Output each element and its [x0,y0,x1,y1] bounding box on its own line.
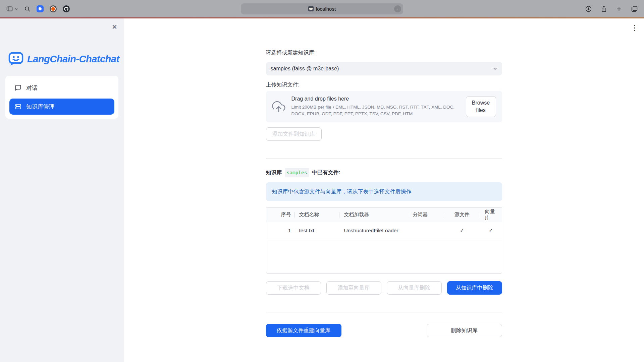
sidebar-item-label: 知识库管理 [26,103,55,111]
tab-overview-icon[interactable] [631,5,638,12]
kb-select-label: 请选择或新建知识库: [266,49,502,57]
cell-doc-name: test.txt [294,222,339,239]
extension-blue-icon[interactable] [37,5,44,12]
extension-ring-icon[interactable] [50,5,57,12]
dropzone-limit-text: Limit 200MB per file • EML, HTML, JSON, … [291,104,460,117]
delete-from-kb-button[interactable]: 从知识库中删除 [447,281,502,295]
info-alert-text: 知识库中包含源文件与向量库，请从下表中选择文件后操作 [272,188,412,195]
address-bar[interactable]: localhost ⋯ [241,3,403,14]
kb-actions-row: 依据源文件重建向量库 删除知识库 [266,324,502,337]
url-text: localhost [316,6,336,12]
kb-name-code: samples [285,168,309,177]
dropzone-title: Drag and drop files here [291,96,460,102]
sidebar-close-button[interactable]: × [112,22,117,31]
app-logo: LangChain-Chatchat [8,51,124,68]
cell-source-file-check: ✓ [444,222,480,239]
logo-text: LangChain-Chatchat [27,54,119,65]
heading-suffix: 中已有文件: [312,169,340,177]
col-header-splitter[interactable]: 分词器 [408,207,444,222]
browser-toolbar: localhost ⋯ [0,0,644,17]
cell-loader: UnstructuredFileLoader [339,222,408,239]
divider [266,158,502,159]
col-header-doc-name[interactable]: 文档名称 [294,207,339,222]
table-row[interactable]: 1 test.txt UnstructuredFileLoader ✓ ✓ [266,222,502,239]
github-icon[interactable] [63,5,70,12]
kb-selectbox[interactable]: samples (faiss @ m3e-base) [266,62,502,75]
share-icon[interactable] [601,5,607,12]
sidebar-item-chat[interactable]: 对话 [9,80,114,96]
cloud-upload-icon [272,100,285,113]
file-actions-row: 下载选中文档 添加至向量库 从向量库删除 从知识库中删除 [266,281,502,295]
cell-index: 1 [266,222,294,239]
dropzone-instructions: Drag and drop files here Limit 200MB per… [291,96,460,117]
site-favicon [308,6,314,11]
rebuild-vector-store-button[interactable]: 依据源文件重建向量库 [266,324,341,337]
kb-files-heading: 知识库 samples 中已有文件: [266,168,502,177]
browse-files-button[interactable]: Browse files [466,96,496,117]
kb-selectbox-value: samples (faiss @ m3e-base) [271,66,339,72]
col-header-source-file[interactable]: 源文件 [444,207,480,222]
add-to-vector-store-button[interactable]: 添加至向量库 [326,281,381,295]
table-header-row: 序号 文档名称 文档加载器 分词器 源文件 向量库 [266,207,502,222]
sidebar-toggle-icon[interactable] [6,5,13,12]
cell-vector-store-check: ✓ [480,222,502,239]
logo-chat-icon [8,51,24,68]
kebab-menu-icon[interactable]: ⋮ [631,24,639,32]
sidebar-item-label: 对话 [26,84,38,92]
database-icon [15,103,21,110]
col-header-loader[interactable]: 文档加载器 [339,207,408,222]
main-content: ⋮ 请选择或新建知识库: samples (faiss @ m3e-base) … [124,18,644,362]
sidebar-menu: 对话 知识库管理 [5,76,118,119]
chevron-down-icon[interactable] [14,7,18,11]
add-files-to-kb-button[interactable]: 添加文件到知识库 [266,127,322,141]
page-options-button[interactable]: ⋯ [394,5,401,12]
downloads-icon[interactable] [585,5,592,12]
upload-label: 上传知识文件: [266,81,502,89]
col-header-vector-store[interactable]: 向量库 [480,207,502,222]
sidebar: × LangChain-Chatchat 对话 [0,18,124,362]
kb-files-table: 序号 文档名称 文档加载器 分词器 源文件 向量库 1 test.txt Uns… [266,207,502,274]
heading-prefix: 知识库 [266,169,282,177]
delete-from-vector-store-button[interactable]: 从向量库删除 [387,281,442,295]
new-tab-icon[interactable] [616,6,622,12]
cell-splitter [408,222,444,239]
col-header-index[interactable]: 序号 [266,207,294,222]
delete-kb-button[interactable]: 删除知识库 [427,324,502,337]
file-dropzone[interactable]: Drag and drop files here Limit 200MB per… [266,91,502,122]
divider [266,312,502,312]
sidebar-item-kb-management[interactable]: 知识库管理 [9,99,114,115]
download-selected-button[interactable]: 下载选中文档 [266,281,321,295]
search-icon[interactable] [24,6,31,12]
chevron-down-icon [492,66,498,73]
chat-bubble-icon [15,84,21,91]
info-alert: 知识库中包含源文件与向量库，请从下表中选择文件后操作 [266,182,502,201]
